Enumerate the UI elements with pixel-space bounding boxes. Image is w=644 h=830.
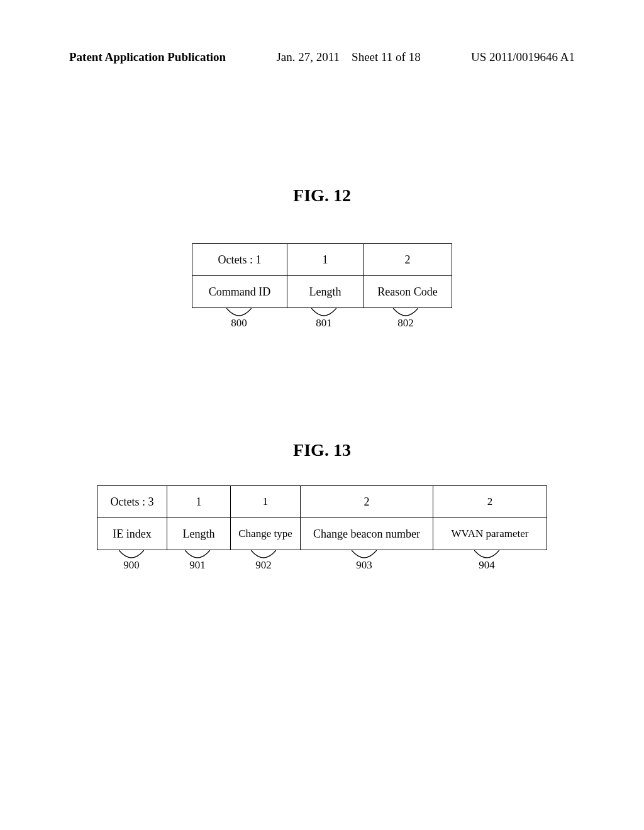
figure-12: FIG. 12 Octets : 1 1 2 Command ID Length… [0, 185, 644, 329]
table-row: Command ID Length Reason Code [192, 276, 452, 308]
fig12-octets-cell: 2 [364, 244, 452, 276]
figure-13: FIG. 13 Octets : 3 1 1 2 2 IE index Leng… [0, 440, 644, 572]
header-sheet: Sheet 11 of 18 [352, 50, 421, 64]
fig13-title: FIG. 13 [293, 440, 351, 460]
fig12-table-wrap: Octets : 1 1 2 Command ID Length Reason … [192, 243, 452, 329]
fig12-octets-cell: 1 [287, 244, 364, 276]
fig12-field-cell: Reason Code [364, 276, 452, 308]
ref-label: 801 [286, 308, 362, 329]
fig13-octets-cell: 2 [433, 486, 547, 518]
fig12-refs: 800 801 802 [192, 308, 452, 329]
table-row: Octets : 1 1 2 [192, 244, 452, 276]
brace-icon [226, 308, 252, 317]
ref-label: 900 [97, 550, 166, 572]
fig13-octets-cell: Octets : 3 [97, 486, 167, 518]
ref-label: 800 [192, 308, 286, 329]
brace-icon [119, 550, 144, 559]
table-row: IE index Length Change type Change beaco… [97, 518, 547, 550]
ref-number: 802 [397, 317, 414, 329]
brace-icon [352, 550, 377, 559]
ref-number: 902 [255, 559, 272, 572]
ref-number: 901 [189, 559, 206, 572]
fig12-title: FIG. 12 [293, 185, 351, 206]
fig13-refs: 900 901 902 903 [97, 550, 547, 572]
ref-label: 802 [362, 308, 450, 329]
fig12-table: Octets : 1 1 2 Command ID Length Reason … [192, 243, 452, 308]
fig13-field-cell: WVAN parameter [433, 518, 547, 550]
brace-icon [393, 308, 418, 317]
ref-number: 903 [356, 559, 372, 572]
brace-icon [185, 550, 210, 559]
header-left: Patent Application Publication [69, 50, 226, 64]
fig13-table: Octets : 3 1 1 2 2 IE index Length Chang… [97, 485, 547, 550]
brace-icon [251, 550, 276, 559]
ref-label: 901 [166, 550, 229, 572]
ref-number: 801 [316, 317, 332, 329]
ref-number: 900 [123, 559, 140, 572]
fig13-octets-cell: 1 [167, 486, 231, 518]
fig13-octets-cell: 1 [231, 486, 301, 518]
fig13-table-wrap: Octets : 3 1 1 2 2 IE index Length Chang… [97, 485, 547, 572]
table-row: Octets : 3 1 1 2 2 [97, 486, 547, 518]
ref-label: 903 [298, 550, 430, 572]
ref-number: 800 [231, 317, 247, 329]
ref-label: 904 [430, 550, 543, 572]
fig13-octets-cell: 2 [301, 486, 433, 518]
fig13-field-cell: Length [167, 518, 231, 550]
fig13-field-cell: IE index [97, 518, 167, 550]
brace-icon [474, 550, 499, 559]
header-date: Jan. 27, 2011 [276, 50, 340, 64]
ref-number: 904 [479, 559, 495, 572]
brace-icon [311, 308, 336, 317]
fig13-field-cell: Change beacon number [301, 518, 433, 550]
fig12-octets-cell: Octets : 1 [192, 244, 287, 276]
page-header: Patent Application Publication Jan. 27, … [69, 50, 575, 64]
fig13-field-cell: Change type [231, 518, 301, 550]
header-pubno: US 2011/0019646 A1 [471, 50, 575, 64]
fig12-field-cell: Command ID [192, 276, 287, 308]
fig12-field-cell: Length [287, 276, 364, 308]
ref-label: 902 [229, 550, 298, 572]
